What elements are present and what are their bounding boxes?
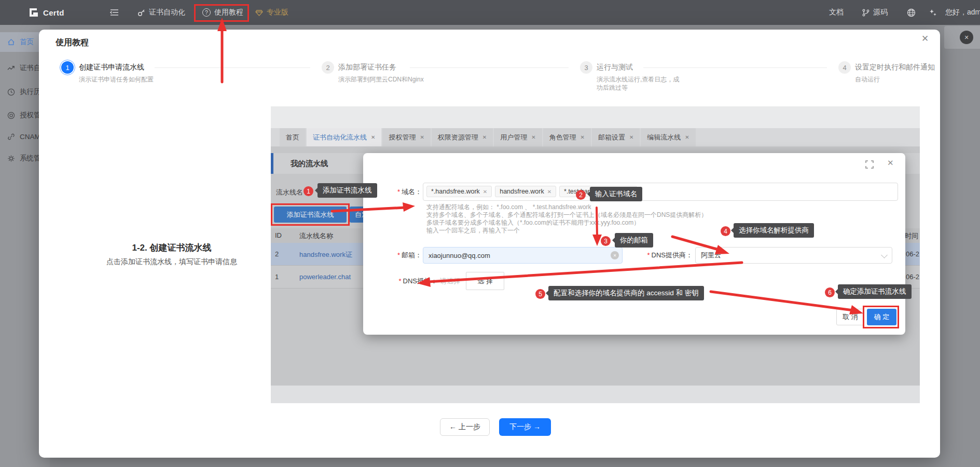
tag-close-icon[interactable]: ✕ [547,189,551,195]
screenshot-tabbar: 首页 证书自动化流水线✕ 授权管理✕ 权限资源管理✕ 用户管理✕ 角色管理✕ 邮… [271,128,920,147]
sidebar-item-label: 执行历 [20,87,41,97]
step-4-desc: 自动运行 [855,75,917,84]
step-3-title: 运行与测试 [597,63,633,72]
clear-input-icon[interactable]: ✕ [611,251,619,259]
dns-auth-select-button[interactable]: 选 择 [466,272,504,290]
tab-close-icon[interactable]: ✕ [420,134,424,140]
tab-close-icon[interactable]: ✕ [482,134,487,140]
tab-users[interactable]: 用户管理✕ [494,128,542,146]
tab-permission-resources[interactable]: 权限资源管理✕ [432,128,493,146]
tab-roles[interactable]: 角色管理✕ [543,128,591,146]
tab-email-settings[interactable]: 邮箱设置✕ [592,128,640,146]
nav-docs[interactable]: 文档 [829,0,844,25]
annotation-tooltip-5: 配置和选择你的域名提供商的 accessid 和 密钥 [548,286,704,300]
pipeline-name-filter-label: 流水线名 [276,188,303,197]
nav-language[interactable] [907,0,916,25]
annotation-badge-2: 2 [576,190,586,200]
annotation-tooltip-2: 输入证书域名 [590,187,642,201]
step-connector [643,67,827,68]
nav-pro-label: 专业版 [267,8,288,17]
annotation-badge-5: 5 [535,289,545,299]
annotation-tooltip-6: 确定添加证书流水线 [838,284,912,299]
tag-close-icon[interactable]: ✕ [483,189,487,195]
nav-cert-automation[interactable]: 证书自动化 [137,0,185,25]
tab-close-icon[interactable]: ✕ [629,134,633,140]
domain-tag[interactable]: handsfree.work✕ [495,186,556,197]
next-step-button[interactable]: 下一步 → [499,418,551,436]
nav-source-label: 源码 [873,8,888,17]
row-id: 2 [275,250,279,258]
dns-provider-label: *DNS提供商： [637,251,693,260]
step-2-title: 添加部署证书任务 [338,63,396,72]
col-time: 时间 [905,231,918,241]
tab-cert-pipeline[interactable]: 证书自动化流水线✕ [307,128,381,146]
tab-close-icon[interactable]: ✕ [581,134,585,140]
annotation-tooltip-3: 你的邮箱 [615,233,653,248]
domain-tag[interactable]: *.handsfree.work✕ [426,186,492,197]
pipeline-link[interactable]: powerleader.chat [299,273,351,281]
tab-authorization[interactable]: 授权管理✕ [382,128,430,146]
link-icon [7,133,15,141]
collapse-menu-icon [110,9,119,16]
tutorial-step-heading: 1-2. 创建证书流水线 [94,242,250,254]
tutorial-modal-title: 使用教程 [56,37,89,48]
accent-bar [271,153,273,174]
sidebar-item-label: 授权管 [20,111,41,120]
email-field-label: *邮箱： [379,251,422,260]
tab-close-icon[interactable]: ✕ [531,134,535,140]
step-3-desc: 演示流水线运行,查看日志，成功后跳过等 [597,75,680,92]
prev-step-button[interactable]: ← 上一步 [440,418,490,436]
dialog-close-icon[interactable]: ✕ [887,158,894,168]
step-connector [155,67,310,68]
dns-provider-select[interactable]: 阿里云 [695,247,892,264]
nav-docs-label: 文档 [829,8,844,17]
tab-close-icon[interactable]: ✕ [371,134,375,140]
key-icon [137,9,145,17]
dns-auth-label: *DNS授权： [379,277,437,286]
user-greeting[interactable]: 您好，admin [945,0,980,25]
step-2-indicator: 2 [322,61,334,74]
tab-close-icon[interactable]: ✕ [685,134,689,140]
tab-home[interactable]: 首页 [280,128,306,146]
tutorial-step-description: 点击添加证书流水线，填写证书申请信息 [73,257,270,267]
tutorial-close-icon[interactable]: ✕ [921,33,929,44]
app-logo[interactable]: Certd [26,0,64,25]
col-name: 流水线名称 [299,231,333,241]
top-navbar: Certd 证书自动化 ? 使用教程 专业版 文档 源码 [0,0,980,25]
sidebar-collapse-button[interactable] [110,0,119,25]
domain-help-text: 支持通配符域名，例如： *.foo.com 、 *.test.handsfree… [426,203,707,235]
annotation-tooltip-4: 选择你域名解析提供商 [734,223,814,238]
nav-source[interactable]: 源码 [862,0,888,25]
trend-chart-icon [7,64,15,72]
pipeline-link[interactable]: handsfree.work证 [299,250,352,259]
email-input[interactable]: xiaojunnuo@qq.com [423,247,623,264]
page-title: 我的流水线 [291,159,328,169]
step-2-desc: 演示部署到阿里云CDN和Nginx [338,75,425,84]
nav-theme-toggle[interactable] [929,0,937,25]
certd-logo-icon [26,6,39,19]
screen: Certd 证书自动化 ? 使用教程 专业版 文档 源码 [0,0,980,467]
step-1-desc: 演示证书申请任务如何配置 [79,75,166,84]
tab-edit-pipeline[interactable]: 编辑流水线✕ [641,128,695,146]
sidebar-item-label: 首页 [20,37,34,47]
nav-pro-edition[interactable]: 专业版 [255,0,288,25]
sparkles-icon [929,8,937,17]
clock-icon [7,88,15,96]
fullscreen-icon[interactable] [865,160,874,169]
row-time: 06-2 [906,273,919,281]
step-1-title: 创建证书申请流水线 [79,63,144,72]
step-1-indicator: 1 [61,61,74,74]
sidebar-item-label: 证书自 [20,63,41,73]
step-3-indicator: 3 [580,61,592,74]
home-icon [7,38,15,46]
close-icon: ✕ [964,34,969,41]
cancel-button[interactable]: 取 消 [836,309,864,325]
row-id: 1 [275,273,279,281]
annotation-badge-6: 6 [825,287,835,297]
step-connector [410,67,569,68]
annotation-badge-3: 3 [601,236,611,246]
close-all-tabs-button[interactable]: ✕ [960,31,973,44]
annotation-tooltip-1: 添加证书流水线 [318,183,377,198]
dns-auth-placeholder: 请选择 [440,277,460,286]
annotation-badge-4: 4 [721,226,730,236]
